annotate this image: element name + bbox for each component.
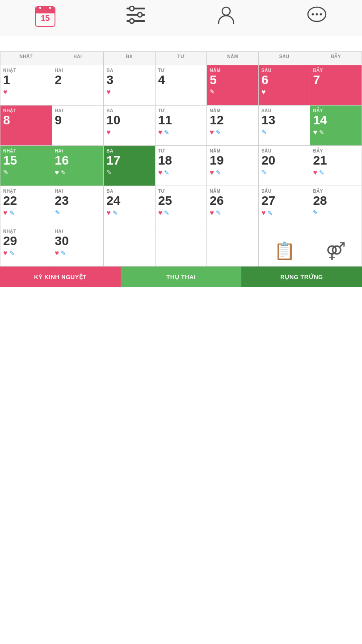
person-icon xyxy=(217,5,236,28)
day-number: 12 xyxy=(210,114,256,127)
day-header-cell: BẢY xyxy=(310,52,362,65)
weekday-label: NĂM xyxy=(210,189,256,194)
weekday-label: SÁU xyxy=(261,189,307,194)
pencil-icon: ✎ xyxy=(61,250,66,257)
calendar-day-cell[interactable]: NHẬT15✎ xyxy=(0,146,52,186)
calendar-day-cell[interactable]: BA10♥ xyxy=(104,106,156,146)
calendar-week-row: NHẬT22♥✎HAI23✎BA24♥✎TƯ25♥✎NĂM26♥✎SÁU27♥✎… xyxy=(0,186,362,226)
calendar-day-cell[interactable]: BA24♥✎ xyxy=(104,186,156,226)
calendar-day-cell[interactable]: SÁU20✎ xyxy=(259,146,311,186)
heart-icon: ♥ xyxy=(261,209,266,217)
calendar-day-cell[interactable]: NĂM5✎ xyxy=(207,65,259,106)
legend-item: RỤNG TRỨNG xyxy=(241,267,362,287)
svg-point-4 xyxy=(138,13,142,17)
day-header-cell: HAI xyxy=(52,52,104,65)
svg-point-6 xyxy=(222,7,230,15)
weekday-label: HAI xyxy=(55,229,101,234)
pencil-icon: ✎ xyxy=(164,169,169,176)
top-navigation: 15 xyxy=(0,0,362,35)
clipboard-icon[interactable]: 📋 xyxy=(274,241,295,261)
calendar-day-cell[interactable]: NĂM12♥✎ xyxy=(207,106,259,146)
calendar-day-cell[interactable]: HAI16♥✎ xyxy=(52,146,104,186)
calendar-day-cell[interactable]: NHẬT1♥ xyxy=(0,65,52,106)
calendar-day-cell[interactable]: TƯ11♥✎ xyxy=(156,106,207,146)
day-icons-row: ✎ xyxy=(3,169,49,176)
day-header-cell: BA xyxy=(104,52,156,65)
weekday-label: NĂM xyxy=(210,68,256,73)
weekday-label: TƯ xyxy=(158,148,204,153)
day-header-cell: TƯ xyxy=(156,52,207,65)
calendar-day-cell[interactable]: SÁU6♥ xyxy=(259,65,311,106)
calendar-day-cell[interactable]: BẢY28✎ xyxy=(310,186,362,226)
weekday-label: HAI xyxy=(55,108,101,113)
calendar-day-cell[interactable]: NĂM26♥✎ xyxy=(207,186,259,226)
pencil-icon: ✎ xyxy=(319,169,324,176)
calendar-day-cell[interactable]: BẢY21♥✎ xyxy=(310,146,362,186)
calendar-day-cell[interactable]: NHẬT22♥✎ xyxy=(0,186,52,226)
calendar-day-cell[interactable]: NHẬT29♥✎ xyxy=(0,226,52,267)
calendar-day-cell[interactable]: HAI2 xyxy=(52,65,104,106)
weekday-label: TƯ xyxy=(158,189,204,194)
day-icons-row: ♥✎ xyxy=(210,128,256,136)
day-number: 30 xyxy=(55,235,101,247)
day-header-cell: SÁU xyxy=(259,52,311,65)
nav-item-chat[interactable] xyxy=(272,0,362,35)
calendar-day-cell[interactable]: BA3♥ xyxy=(104,65,156,106)
calendar-day-cell[interactable]: TƯ18♥✎ xyxy=(156,146,207,186)
day-icons-row: ♥✎ xyxy=(158,209,204,217)
day-icons-row: ✎ xyxy=(106,169,152,176)
calendar-day-cell[interactable]: TƯ25♥✎ xyxy=(156,186,207,226)
weekday-label: NHẬT xyxy=(3,68,49,73)
day-number: 5 xyxy=(210,74,256,86)
day-icons-row: ♥✎ xyxy=(313,128,359,136)
day-icons-row: ♥✎ xyxy=(210,209,256,217)
day-number: 1 xyxy=(3,74,49,86)
day-number: 10 xyxy=(106,114,152,127)
nav-item-caidat[interactable] xyxy=(91,0,181,35)
pencil-icon: ✎ xyxy=(216,129,221,136)
day-number: 24 xyxy=(106,195,152,207)
heart-icon: ♥ xyxy=(210,128,214,136)
pencil-icon: ✎ xyxy=(216,169,221,176)
day-header-cell: NĂM xyxy=(207,52,259,65)
day-number: 4 xyxy=(158,74,204,86)
day-number: 19 xyxy=(210,154,256,167)
calendar-day-cell[interactable]: NĂM19♥✎ xyxy=(207,146,259,186)
calendar-day-cell[interactable]: HAI9 xyxy=(52,106,104,146)
day-number: 14 xyxy=(313,114,359,127)
calendar-day-cell[interactable]: TƯ4 xyxy=(156,65,207,106)
heart-icon: ♥ xyxy=(158,209,163,217)
calendar-day-cell[interactable]: HAI30♥✎ xyxy=(52,226,104,267)
day-icons-row: ♥✎ xyxy=(158,169,204,177)
calendar-day-cell xyxy=(104,226,156,267)
day-icons-row: ✎ xyxy=(313,209,359,216)
month-navigation xyxy=(0,35,362,51)
day-icons-row: ✎ xyxy=(55,209,101,216)
day-number: 13 xyxy=(261,114,307,127)
calendar-day-cell[interactable]: NHẬT8 xyxy=(0,106,52,146)
day-number: 22 xyxy=(3,195,49,207)
pencil-icon: ✎ xyxy=(210,88,215,95)
weekday-label: HAI xyxy=(55,148,101,153)
gender-icon[interactable]: ⚤ xyxy=(326,241,346,261)
calendar-day-cell[interactable]: SÁU27♥✎ xyxy=(259,186,311,226)
weekday-label: NHẬT xyxy=(3,108,49,113)
weekday-label: SÁU xyxy=(261,68,307,73)
day-icons-row: ♥✎ xyxy=(210,169,256,177)
calendar-day-cell[interactable]: SÁU13✎ xyxy=(259,106,311,146)
calendar-day-cell[interactable]: BẢY14♥✎ xyxy=(310,106,362,146)
pencil-icon: ✎ xyxy=(9,209,15,216)
nav-item-thongtin[interactable] xyxy=(181,0,272,35)
day-number: 3 xyxy=(106,74,152,86)
day-icons-row: ♥ xyxy=(261,88,307,96)
weekday-label: TƯ xyxy=(158,68,204,73)
calendar-day-cell[interactable]: BẢY7 xyxy=(310,65,362,106)
pencil-icon: ✎ xyxy=(267,209,273,216)
calendar-day-cell[interactable]: HAI23✎ xyxy=(52,186,104,226)
weekday-label: BẢY xyxy=(313,108,359,113)
calendar-day-cell[interactable]: BA17✎ xyxy=(104,146,156,186)
day-number: 21 xyxy=(313,154,359,167)
pencil-icon: ✎ xyxy=(9,250,15,257)
nav-item-lich[interactable]: 15 xyxy=(0,0,91,35)
day-number: 7 xyxy=(313,74,359,86)
